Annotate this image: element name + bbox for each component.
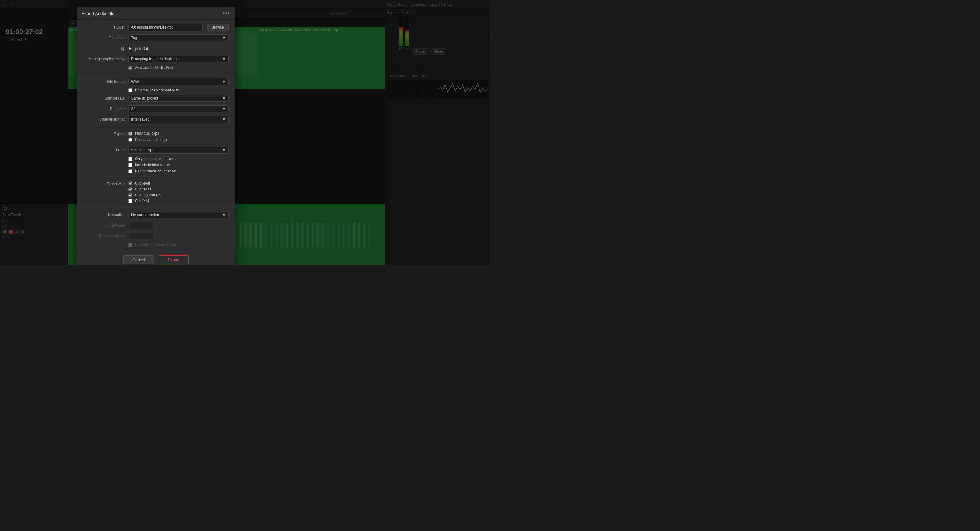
target-loudness-row: Target loudness [83,232,229,240]
channel-format-arrow: ▼ [222,117,226,122]
sample-rate-label: Sample rate [83,96,128,100]
sample-rate-row: Sample rate Same as project ▼ [83,94,229,102]
from-value: Selected clips [131,148,154,152]
export-with-options: Clip level Clip fades Clip EQ and FX Cli… [128,181,229,203]
normalize-control: No normalization ▼ [128,211,229,218]
dialog-body: Folder Browse File name Tag ▼ Tag [77,19,235,266]
clip-eq-fx-checkbox[interactable] [128,193,132,197]
normalize-arrow: ▼ [222,213,226,217]
channel-format-control: Interleaved ▼ [128,116,229,123]
pad-to-frame-checkbox[interactable] [128,169,132,173]
folder-label: Folder [83,25,128,29]
file-format-value: WAV [131,79,139,84]
dialog-menu-button[interactable]: ••• [223,10,231,17]
sample-rate-select[interactable]: Same as project ▼ [128,95,229,102]
target-loudness-label: Target loudness [83,234,128,238]
consolidated-label: Consolidated file(s) [135,137,167,142]
media-pool-row: Also add to Media Pool [83,65,229,70]
section-export-with: Export with Clip level Clip fades Clip E… [77,177,235,207]
individual-clips-label: Individual clips [135,131,159,135]
only-selected-tracks-checkbox[interactable] [128,157,132,161]
clip-fades-row: Clip fades [128,187,229,191]
normalize-individual-checkbox [128,243,132,247]
section-file-options: Folder Browse File name Tag ▼ Tag [77,19,235,74]
media-pool-label: Also add to Media Pool [135,65,173,70]
export-options: Individual clips Consolidated file(s) [128,131,229,144]
manage-duplicates-select[interactable]: Prompting for each duplicate ▼ [128,56,229,62]
filename-arrow: ▼ [222,36,226,40]
normalize-individual-label: Normalize individual clips [135,243,177,247]
sample-rate-arrow: ▼ [222,96,226,100]
export-audio-dialog: Export Audio Files ••• Folder Browse Fil… [77,7,235,266]
target-level-input [128,222,153,229]
from-row: From Selected clips ▼ [83,146,229,154]
include-hidden-tracks-label: Include hidden tracks [135,163,170,167]
enforce-video-checkbox[interactable] [128,88,132,92]
from-select[interactable]: Selected clips ▼ [128,147,229,154]
media-pool-checkbox[interactable] [128,66,132,70]
folder-row: Folder Browse [83,23,229,31]
target-level-control [128,222,229,229]
clip-level-checkbox[interactable] [128,181,132,186]
manage-duplicates-arrow: ▼ [222,57,226,61]
only-selected-tracks-label: Only use selected tracks [135,157,175,161]
normalize-value: No normalization [131,213,159,217]
section-export: Export Individual clips Consolidated fil… [77,127,235,177]
export-row: Export Individual clips Consolidated fil… [83,131,229,144]
folder-input[interactable] [128,24,202,31]
channel-format-select[interactable]: Interleaved ▼ [128,116,229,123]
clip-eq-fx-label: Clip EQ and FX [135,193,161,197]
folder-control: Browse [128,24,229,31]
consolidated-radio[interactable] [128,138,132,142]
manage-duplicates-control: Prompting for each duplicate ▼ [128,56,229,62]
bit-depth-select[interactable]: 24 ▼ [128,105,229,112]
bit-depth-value: 24 [131,107,135,111]
target-level-label: Target level [83,223,128,228]
manage-duplicates-value: Prompting for each duplicate [131,57,179,61]
sample-rate-control: Same as project ▼ [128,95,229,102]
channel-format-row: Channel format Interleaved ▼ [83,115,229,124]
bit-depth-row: Bit depth 24 ▼ [83,105,229,113]
export-label: Export [83,131,128,136]
dialog-title: Export Audio Files [81,11,117,16]
file-format-arrow: ▼ [222,79,226,84]
cancel-button[interactable]: Cancel [123,255,154,264]
file-format-label: File format [83,79,128,84]
sample-rate-value: Same as project [131,96,158,100]
export-with-row: Export with Clip level Clip fades Clip E… [83,181,229,203]
from-label: From [83,148,128,152]
file-format-control: WAV ▼ [128,78,229,85]
file-format-row: File format WAV ▼ [83,78,229,86]
browse-button[interactable]: Browse [207,24,229,31]
normalize-label: Normalize [83,213,128,217]
bit-depth-control: 24 ▼ [128,105,229,112]
file-format-select[interactable]: WAV ▼ [128,78,229,85]
channel-format-label: Channel format [83,117,128,122]
from-arrow: ▼ [222,148,226,152]
clip-level-label: Clip level [135,181,150,186]
section-normalize: Normalize No normalization ▼ Target leve… [77,207,235,251]
export-button[interactable]: Export [159,255,189,264]
dialog-titlebar: Export Audio Files ••• [77,7,235,19]
bit-depth-arrow: ▼ [222,107,226,111]
normalize-row: Normalize No normalization ▼ [83,211,229,219]
include-hidden-tracks-checkbox[interactable] [128,163,132,167]
clip-ixml-checkbox[interactable] [128,199,132,203]
filename-row: File name Tag ▼ [83,34,229,42]
filename-select[interactable]: Tag ▼ [128,35,229,41]
normalize-select[interactable]: No normalization ▼ [128,211,229,218]
individual-clips-radio[interactable] [128,132,132,135]
tag-control: English Dub [128,46,229,51]
individual-clips-radio-row: Individual clips [128,131,229,135]
only-selected-tracks-row: Only use selected tracks [83,157,229,161]
filename-control: Tag ▼ [128,35,229,41]
section-format: File format WAV ▼ Enforce video compatib… [77,74,235,127]
normalize-individual-row: Normalize individual clips [83,243,229,247]
clip-ixml-label: Clip iXML [135,199,151,203]
pad-to-frame-label: Pad to frame boundaries [135,169,175,173]
tag-label: Tag [83,46,128,51]
clip-fades-checkbox[interactable] [128,188,132,191]
include-hidden-tracks-row: Include hidden tracks [83,163,229,167]
pad-to-frame-row: Pad to frame boundaries [83,169,229,173]
target-loudness-control [128,233,229,240]
